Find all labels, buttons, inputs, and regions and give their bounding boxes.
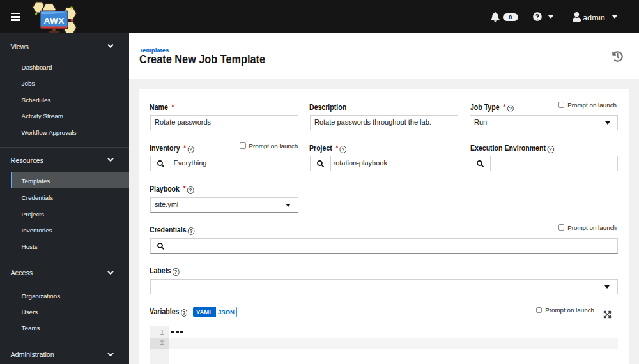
svg-text:AWX: AWX bbox=[44, 16, 65, 26]
